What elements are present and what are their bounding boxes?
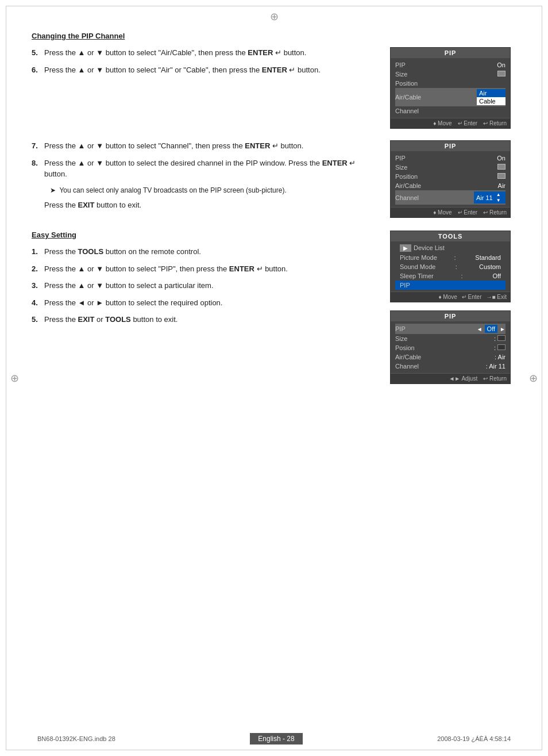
tools-row-devicelist: ▶ Device List <box>395 243 505 253</box>
footer-enter: ↵ Enter <box>458 120 478 126</box>
pip2-row-pip: PIP On <box>395 153 505 163</box>
crosshair-left-icon: ⊕ <box>10 372 19 385</box>
pip-row-channel: Channel <box>395 106 505 116</box>
footer2-return: ↩ Return <box>483 209 507 216</box>
easy-step-1-num: 1. <box>32 246 44 258</box>
easy-step-5-num: 5. <box>32 314 44 325</box>
easy-step-4-num: 4. <box>32 297 44 309</box>
easy-step-1-text: Press the TOOLS button on the remote con… <box>44 246 379 258</box>
easy-step-1: 1. Press the TOOLS button on the remote … <box>32 246 379 258</box>
pip-box-1-footer: ♦ Move ↵ Enter ↩ Return <box>391 118 510 128</box>
footer2-move: ♦ Move <box>433 209 451 216</box>
step-6-num: 6. <box>32 64 44 76</box>
easy-step-4: 4. Press the ◄ or ► button to select the… <box>32 297 379 309</box>
pip3-row-posion: Posion : <box>395 343 505 352</box>
tools-row-picturemode: Picture Mode : Standard <box>395 253 505 262</box>
easy-step-2-num: 2. <box>32 263 44 275</box>
pip2-row-aircable: Air/Cable Air <box>395 181 505 190</box>
pip-box-2-body: PIP On Size Position Air/Cable Air <box>391 151 510 207</box>
pip-box-2-footer: ♦ Move ↵ Enter ↩ Return <box>391 207 510 217</box>
step-7-num: 7. <box>32 140 44 152</box>
footer2-enter: ↵ Enter <box>458 209 478 216</box>
step-5-text: Press the ▲ or ▼ button to select "Air/C… <box>44 47 379 59</box>
footer-return: ↩ Return <box>483 120 507 126</box>
easy-step-3-num: 3. <box>32 280 44 291</box>
pip2-row-size: Size <box>395 163 505 172</box>
step-8: 8. Press the ▲ or ▼ button to select the… <box>32 158 379 180</box>
easy-setting-col: Easy Setting 1. Press the TOOLS button o… <box>32 231 379 384</box>
steps-col-1: 5. Press the ▲ or ▼ button to select "Ai… <box>32 47 379 129</box>
footer-move: ♦ Move <box>433 120 451 126</box>
crosshair-top-icon: ⊕ <box>270 10 279 23</box>
page-footer: BN68-01392K-ENG.indb 28 English - 28 200… <box>0 733 548 745</box>
easy-step-5: 5. Press the EXIT or TOOLS button to exi… <box>32 314 379 325</box>
pip-row-aircable: Air/Cable Air Cable <box>395 88 505 106</box>
tools-row-soundmode: Sound Mode : Custom <box>395 262 505 271</box>
pip2-row-position: Position <box>395 172 505 181</box>
step-8-text: Press the ▲ or ▼ button to select the de… <box>44 158 379 180</box>
note-8: ➤ You can select only analog TV broadcas… <box>50 186 379 195</box>
pip-box-1-col: PIP PIP On Size Position Air <box>390 47 516 129</box>
section-heading: Changing the PIP Channel <box>32 32 516 40</box>
pip-box-2: PIP PIP On Size Position Air <box>390 140 511 218</box>
pip3-footer-return: ↩ Return <box>483 375 507 382</box>
easy-setting-boxes-col: TOOLS ▶ Device List Picture Mode : Stand… <box>390 231 516 384</box>
easy-step-4-text: Press the ◄ or ► button to select the re… <box>44 297 379 309</box>
tools-box-footer: ♦ Move ↵ Enter →■ Exit <box>391 291 510 302</box>
tools-box-body: ▶ Device List Picture Mode : Standard So… <box>391 241 510 291</box>
pip3-footer-adjust: ◄► Adjust <box>449 375 477 382</box>
easy-step-5-text: Press the EXIT or TOOLS button to exit. <box>44 314 379 325</box>
file-info: BN68-01392K-ENG.indb 28 <box>37 735 115 742</box>
date-info: 2008-03-19 ¿ÁÈÀ 4:58:14 <box>437 735 511 742</box>
pip2-row-channel: Channel Air 11 ▲ ▼ <box>395 190 505 205</box>
step-7: 7. Press the ▲ or ▼ button to select "Ch… <box>32 140 379 152</box>
pip-box-1: PIP PIP On Size Position Air <box>390 47 511 129</box>
tools-box-title: TOOLS <box>391 231 510 241</box>
easy-step-3: 3. Press the ▲ or ▼ button to select a p… <box>32 280 379 291</box>
step-6-text: Press the ▲ or ▼ button to select "Air" … <box>44 64 379 76</box>
easy-setting-heading: Easy Setting <box>32 231 379 239</box>
easy-step-3-text: Press the ▲ or ▼ button to select a part… <box>44 280 379 291</box>
step-8-num: 8. <box>32 158 44 180</box>
pip-box-1-body: PIP On Size Position Air/Cable Ai <box>391 58 510 118</box>
tools-box: TOOLS ▶ Device List Picture Mode : Stand… <box>390 231 511 302</box>
step-6: 6. Press the ▲ or ▼ button to select "Ai… <box>32 64 379 76</box>
tools-row-pip: PIP <box>395 281 505 290</box>
pip-box-3: PIP PIP ◄ Off ► <box>390 310 511 384</box>
page-number: English - 28 <box>250 733 302 745</box>
press-exit: Press the EXIT button to exit. <box>32 199 379 211</box>
easy-step-2-text: Press the ▲ or ▼ button to select "PIP",… <box>44 263 379 275</box>
pip-box-2-title: PIP <box>391 141 510 151</box>
step-5-num: 5. <box>32 47 44 59</box>
tools-footer-move: ♦ Move <box>438 294 457 300</box>
pip3-row-channel: Channel : Air 11 <box>395 362 505 371</box>
pip-box-3-body: PIP ◄ Off ► Size : <box>391 321 510 373</box>
tools-footer-enter: ↵ Enter <box>462 294 482 300</box>
pip3-row-pip: PIP ◄ Off ► <box>395 324 505 334</box>
easy-step-2: 2. Press the ▲ or ▼ button to select "PI… <box>32 263 379 275</box>
pip-box-2-col: PIP PIP On Size Position Air <box>390 140 516 218</box>
pip3-row-size: Size : <box>395 334 505 343</box>
step-5: 5. Press the ▲ or ▼ button to select "Ai… <box>32 47 379 59</box>
pip-box-1-title: PIP <box>391 48 510 58</box>
step-7-text: Press the ▲ or ▼ button to select "Chann… <box>44 140 379 152</box>
pip-box-3-footer: ◄► Adjust ↩ Return <box>391 373 510 383</box>
pip-row-pip: PIP On <box>395 60 505 70</box>
pip3-row-aircable: Air/Cable : Air <box>395 352 505 362</box>
pip-row-position: Position <box>395 79 505 88</box>
tools-row-sleeptimer: Sleep Timer : Off <box>395 271 505 281</box>
pip-box-3-title: PIP <box>391 311 510 321</box>
easy-setting-section: Easy Setting 1. Press the TOOLS button o… <box>32 231 516 384</box>
steps-col-2: 7. Press the ▲ or ▼ button to select "Ch… <box>32 140 379 218</box>
tools-footer-exit: →■ Exit <box>487 294 507 300</box>
crosshair-right-icon: ⊕ <box>529 372 538 385</box>
pip-row-size: Size <box>395 70 505 79</box>
